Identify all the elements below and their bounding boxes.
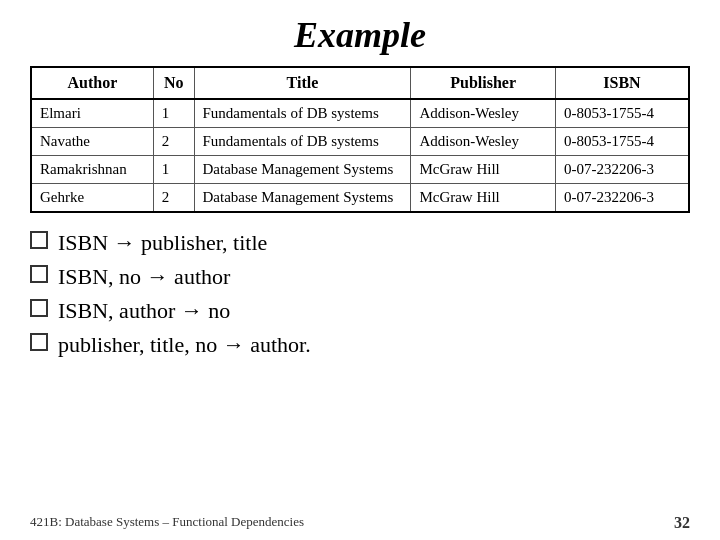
footer-left: 421B: Database Systems – Functional Depe… bbox=[30, 514, 304, 532]
cell-no: 1 bbox=[153, 156, 194, 184]
table-row: Elmari1Fundamentals of DB systemsAddison… bbox=[31, 99, 689, 128]
bullet-text: ISBN, no → author bbox=[58, 261, 230, 293]
cell-isbn: 0-07-232206-3 bbox=[555, 156, 689, 184]
table-row: Ramakrishnan1Database Management Systems… bbox=[31, 156, 689, 184]
footer-right: 32 bbox=[674, 514, 690, 532]
cell-title: Fundamentals of DB systems bbox=[194, 128, 411, 156]
cell-isbn: 0-07-232206-3 bbox=[555, 184, 689, 213]
col-header-no: No bbox=[153, 67, 194, 99]
bullet-item: publisher, title, no → author. bbox=[30, 329, 690, 361]
cell-publisher: McGraw Hill bbox=[411, 156, 556, 184]
bullet-text: ISBN, author → no bbox=[58, 295, 230, 327]
cell-publisher: Addison-Wesley bbox=[411, 99, 556, 128]
bullet-item: ISBN, author → no bbox=[30, 295, 690, 327]
bullet-list: ISBN → publisher, titleISBN, no → author… bbox=[30, 227, 690, 363]
cell-publisher: McGraw Hill bbox=[411, 184, 556, 213]
col-header-title: Title bbox=[194, 67, 411, 99]
page: Example Author No Title Publisher ISBN E… bbox=[0, 0, 720, 540]
col-header-isbn: ISBN bbox=[555, 67, 689, 99]
col-header-author: Author bbox=[31, 67, 153, 99]
checkbox-icon bbox=[30, 265, 48, 283]
cell-isbn: 0-8053-1755-4 bbox=[555, 128, 689, 156]
cell-publisher: Addison-Wesley bbox=[411, 128, 556, 156]
page-title: Example bbox=[30, 0, 690, 66]
cell-no: 2 bbox=[153, 128, 194, 156]
footer: 421B: Database Systems – Functional Depe… bbox=[30, 514, 690, 532]
bullet-item: ISBN, no → author bbox=[30, 261, 690, 293]
cell-title: Database Management Systems bbox=[194, 156, 411, 184]
table-body: Elmari1Fundamentals of DB systemsAddison… bbox=[31, 99, 689, 212]
data-table: Author No Title Publisher ISBN Elmari1Fu… bbox=[30, 66, 690, 213]
cell-author: Elmari bbox=[31, 99, 153, 128]
cell-no: 1 bbox=[153, 99, 194, 128]
checkbox-icon bbox=[30, 333, 48, 351]
cell-title: Fundamentals of DB systems bbox=[194, 99, 411, 128]
checkbox-icon bbox=[30, 231, 48, 249]
cell-title: Database Management Systems bbox=[194, 184, 411, 213]
cell-author: Gehrke bbox=[31, 184, 153, 213]
table-row: Navathe2Fundamentals of DB systemsAddiso… bbox=[31, 128, 689, 156]
bullet-text: ISBN → publisher, title bbox=[58, 227, 267, 259]
cell-author: Navathe bbox=[31, 128, 153, 156]
checkbox-icon bbox=[30, 299, 48, 317]
col-header-publisher: Publisher bbox=[411, 67, 556, 99]
bullet-item: ISBN → publisher, title bbox=[30, 227, 690, 259]
cell-no: 2 bbox=[153, 184, 194, 213]
cell-author: Ramakrishnan bbox=[31, 156, 153, 184]
table-header-row: Author No Title Publisher ISBN bbox=[31, 67, 689, 99]
cell-isbn: 0-8053-1755-4 bbox=[555, 99, 689, 128]
bullet-text: publisher, title, no → author. bbox=[58, 329, 311, 361]
table-row: Gehrke2Database Management SystemsMcGraw… bbox=[31, 184, 689, 213]
